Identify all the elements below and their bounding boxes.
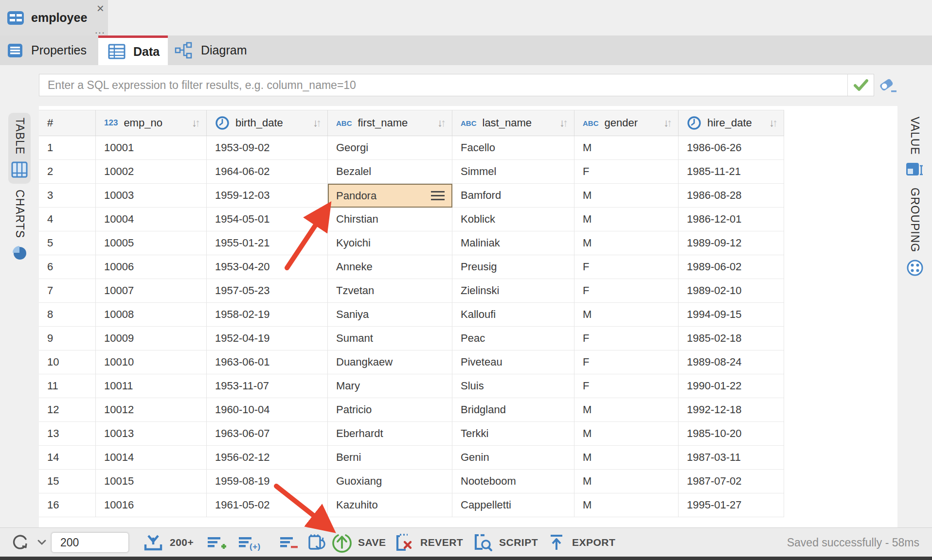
data-cell[interactable]: 1986-06-26 <box>679 136 784 160</box>
data-cell[interactable]: 1959-08-19 <box>207 470 328 493</box>
row-number-cell[interactable]: 15 <box>39 470 96 493</box>
column-header-birth_date[interactable]: birth_date↓↑ <box>207 110 328 136</box>
data-cell[interactable]: Cappelletti <box>452 493 574 517</box>
data-cell[interactable]: F <box>574 255 679 279</box>
data-cell[interactable]: 1963-06-01 <box>207 350 328 374</box>
panel-charts[interactable]: CHARTS <box>12 190 27 261</box>
data-cell[interactable]: 10010 <box>96 350 207 374</box>
row-number-cell[interactable]: 4 <box>39 208 96 231</box>
delete-row-button[interactable] <box>278 528 305 557</box>
data-cell[interactable]: 10007 <box>96 279 207 303</box>
tab-diagram[interactable]: Diagram <box>168 35 255 65</box>
row-number-cell[interactable]: 3 <box>39 184 96 208</box>
tab-properties[interactable]: Properties <box>0 35 98 65</box>
data-cell[interactable]: Preusig <box>452 255 574 279</box>
column-header-last_name[interactable]: ABClast_name↓↑ <box>452 110 574 136</box>
data-cell[interactable]: 10002 <box>96 160 207 184</box>
data-cell[interactable]: Chirstian <box>328 208 452 231</box>
data-cell[interactable]: 1986-12-01 <box>679 208 784 231</box>
sort-icon[interactable]: ↓↑ <box>559 117 568 129</box>
data-cell[interactable]: 1960-10-04 <box>207 398 328 422</box>
data-cell[interactable]: Sluis <box>452 374 574 398</box>
data-cell[interactable]: 1989-06-02 <box>679 255 784 279</box>
data-cell[interactable]: 1963-06-07 <box>207 422 328 446</box>
data-cell[interactable]: 10011 <box>96 374 207 398</box>
data-cell[interactable]: 1953-11-07 <box>207 374 328 398</box>
data-cell[interactable]: Kalloufi <box>452 303 574 327</box>
row-number-cell[interactable]: 8 <box>39 303 96 327</box>
data-cell[interactable]: 1953-09-02 <box>207 136 328 160</box>
data-cell[interactable]: Anneke <box>328 255 452 279</box>
data-cell[interactable]: Kyoichi <box>328 231 452 255</box>
data-cell[interactable]: Facello <box>452 136 574 160</box>
data-cell[interactable]: Bezalel <box>328 160 452 184</box>
data-cell[interactable]: 1985-11-21 <box>679 160 784 184</box>
data-cell[interactable]: Sumant <box>328 327 452 350</box>
data-cell[interactable]: Kazuhito <box>328 493 452 517</box>
data-cell[interactable]: 10016 <box>96 493 207 517</box>
row-number-cell[interactable]: 2 <box>39 160 96 184</box>
data-cell[interactable]: M <box>574 231 679 255</box>
data-cell[interactable]: 1961-05-02 <box>207 493 328 517</box>
data-cell[interactable]: M <box>574 303 679 327</box>
data-cell[interactable]: F <box>574 160 679 184</box>
data-cell[interactable]: M <box>574 208 679 231</box>
row-number-cell[interactable]: 6 <box>39 255 96 279</box>
row-number-cell[interactable]: 1 <box>39 136 96 160</box>
tab-data[interactable]: Data <box>98 35 168 65</box>
fetch-size-input[interactable]: 200 <box>51 532 129 553</box>
data-cell[interactable]: 10014 <box>96 446 207 470</box>
data-cell[interactable]: M <box>574 493 679 517</box>
data-cell[interactable]: 1995-01-27 <box>679 493 784 517</box>
data-cell[interactable]: 10015 <box>96 470 207 493</box>
data-cell[interactable]: 1989-08-24 <box>679 350 784 374</box>
column-header-emp_no[interactable]: 123emp_no↓↑ <box>96 110 207 136</box>
close-icon[interactable]: × <box>97 2 104 15</box>
data-cell[interactable]: 1989-09-12 <box>679 231 784 255</box>
data-cell[interactable]: M <box>574 470 679 493</box>
data-cell[interactable]: Tzvetan <box>328 279 452 303</box>
sort-icon[interactable]: ↓↑ <box>663 117 672 129</box>
data-cell[interactable]: Saniya <box>328 303 452 327</box>
data-cell[interactable]: Eberhardt <box>328 422 452 446</box>
save-button[interactable]: SAVE <box>332 528 386 557</box>
refresh-button[interactable] <box>11 528 53 557</box>
data-cell[interactable]: M <box>574 136 679 160</box>
data-cell[interactable]: Guoxiang <box>328 470 452 493</box>
data-cell[interactable]: 1958-02-19 <box>207 303 328 327</box>
data-cell[interactable]: 10012 <box>96 398 207 422</box>
data-cell[interactable]: 1985-10-20 <box>679 422 784 446</box>
data-cell[interactable]: Patricio <box>328 398 452 422</box>
data-cell[interactable]: Peac <box>452 327 574 350</box>
data-cell[interactable]: 1990-01-22 <box>679 374 784 398</box>
data-cell[interactable]: Simmel <box>452 160 574 184</box>
apply-filter-button[interactable] <box>847 74 874 96</box>
data-cell[interactable]: 10013 <box>96 422 207 446</box>
data-cell[interactable]: 1994-09-15 <box>679 303 784 327</box>
column-header-rownum[interactable]: # <box>39 110 96 136</box>
row-number-cell[interactable]: 10 <box>39 350 96 374</box>
revert-button[interactable]: REVERT <box>393 528 463 557</box>
export-button[interactable]: EXPORT <box>547 528 615 557</box>
clear-filter-button[interactable] <box>878 78 898 96</box>
data-cell[interactable]: Piveteau <box>452 350 574 374</box>
data-cell[interactable]: 10005 <box>96 231 207 255</box>
sort-icon[interactable]: ↓↑ <box>437 117 446 129</box>
data-cell[interactable]: Genin <box>452 446 574 470</box>
data-cell[interactable]: Georgi <box>328 136 452 160</box>
data-cell[interactable]: F <box>574 350 679 374</box>
data-cell[interactable]: 1964-06-02 <box>207 160 328 184</box>
data-cell[interactable]: 1955-01-21 <box>207 231 328 255</box>
data-cell[interactable]: 1986-08-28 <box>679 184 784 208</box>
data-cell[interactable]: 1985-02-18 <box>679 327 784 350</box>
row-number-cell[interactable]: 13 <box>39 422 96 446</box>
data-cell[interactable]: 10009 <box>96 327 207 350</box>
cell-menu-icon[interactable] <box>431 191 445 200</box>
data-cell[interactable]: 1957-05-23 <box>207 279 328 303</box>
data-cell[interactable]: Mary <box>328 374 452 398</box>
sort-icon[interactable]: ↓↑ <box>192 117 200 129</box>
row-number-cell[interactable]: 5 <box>39 231 96 255</box>
data-cell[interactable]: 1953-04-20 <box>207 255 328 279</box>
data-cell[interactable]: Zielinski <box>452 279 574 303</box>
tab-employee[interactable]: employee × ...​ <box>0 0 108 35</box>
